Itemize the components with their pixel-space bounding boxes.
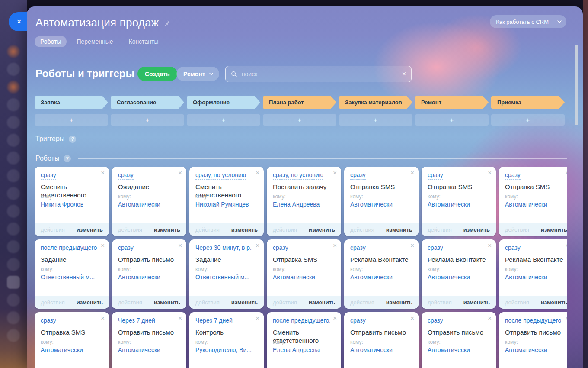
close-icon[interactable]: × [178,169,182,176]
actions-button[interactable]: действия [195,226,220,233]
sidebar-icon[interactable] [7,205,20,218]
close-icon[interactable]: × [410,169,414,176]
funnel-filter-dropdown[interactable]: Ремонт [176,67,219,81]
edit-button[interactable]: изменить [231,299,258,306]
edit-button[interactable]: изменить [154,299,180,306]
robot-trigger-link[interactable]: сразу [505,244,521,252]
add-robot-button[interactable]: + [339,114,412,126]
recipient-link[interactable]: Автоматически [273,274,315,281]
actions-button[interactable]: действия [505,226,529,233]
edit-button[interactable]: изменить [386,226,412,233]
recipient-link[interactable]: Николай Румянцев [195,201,249,208]
help-button[interactable]: Как работать с CRM [490,15,566,28]
close-slider-button[interactable]: × [9,12,27,31]
edit-button[interactable]: изменить [309,299,335,306]
recipient-link[interactable]: Автоматически [118,346,160,353]
stage-oformlenie[interactable]: Оформление [187,96,260,109]
robot-trigger-link[interactable]: сразу [428,171,443,180]
recipient-link[interactable]: Автоматически [428,274,470,281]
recipient-link[interactable]: Ответственный м... [41,274,95,281]
robot-trigger-link[interactable]: сразу [350,171,366,180]
tab-constants[interactable]: Константы [123,36,164,47]
actions-button[interactable]: действия [41,226,65,233]
add-robot-button[interactable]: + [263,114,336,126]
robot-trigger-link[interactable]: сразу [41,317,56,325]
sidebar-icon[interactable] [7,98,20,111]
close-icon[interactable]: × [333,169,337,176]
actions-button[interactable]: действия [428,226,452,233]
actions-button[interactable]: действия [41,299,65,306]
stage-zayavka[interactable]: Заявка [35,96,108,109]
robot-trigger-link[interactable]: сразу [350,244,366,252]
edit-button[interactable]: изменить [231,226,258,233]
close-icon[interactable]: × [565,315,567,321]
stage-soglasovanie[interactable]: Согласование [111,96,184,109]
robot-trigger-link[interactable]: сразу [273,244,288,252]
clear-search-icon[interactable]: × [402,71,406,77]
recipient-link[interactable]: Елена Андреева [273,201,320,208]
recipient-link[interactable]: Автоматически [350,274,393,281]
actions-button[interactable]: действия [273,226,297,233]
recipient-link[interactable]: Автоматически [505,274,547,281]
close-icon[interactable]: × [101,242,105,249]
close-icon[interactable]: × [256,169,259,176]
close-icon[interactable]: × [256,242,259,249]
stage-remont[interactable]: Ремонт [415,96,489,109]
robot-trigger-link[interactable]: Через 7 дней [195,317,233,325]
recipient-link[interactable]: Автоматически [118,274,160,281]
actions-button[interactable]: действия [195,299,220,306]
actions-button[interactable]: действия [428,299,452,306]
close-icon[interactable]: × [488,315,492,321]
robot-trigger-link[interactable]: сразу [428,317,443,325]
robot-trigger-link[interactable]: Через 30 минут, в р... [195,244,252,252]
recipient-link[interactable]: Никита Фролов [41,201,83,208]
robot-trigger-link[interactable]: сразу [118,244,134,252]
recipient-link[interactable]: Руководителю, Ви... [195,346,252,353]
tab-robots[interactable]: Роботы [35,36,67,47]
close-icon[interactable]: × [565,169,567,176]
close-icon[interactable]: × [333,315,337,321]
robot-trigger-link[interactable]: сразу [428,244,443,252]
robot-trigger-link[interactable]: после предыдущего [505,317,561,325]
recipient-link[interactable]: Автоматически [505,346,547,353]
recipient-link[interactable]: Автоматически [350,201,393,208]
robot-trigger-link[interactable]: после предыдущего [41,244,97,252]
robot-trigger-link[interactable]: сразу [350,317,366,325]
stage-zakupka[interactable]: Закупка материалов [339,96,412,109]
sidebar-icon[interactable] [7,240,20,253]
add-robot-button[interactable]: + [111,114,184,126]
pin-icon[interactable] [163,20,170,27]
close-icon[interactable]: × [101,169,105,176]
robot-trigger-link[interactable]: сразу, по условию [195,171,246,180]
edit-button[interactable]: изменить [386,299,412,306]
close-icon[interactable]: × [410,315,414,321]
close-icon[interactable]: × [410,242,414,249]
stage-plan-rabot[interactable]: Плана работ [263,96,336,109]
sidebar-icon[interactable] [7,152,20,165]
recipient-link[interactable]: Автоматически [350,346,393,353]
stage-priemka[interactable]: Приемка [491,96,565,109]
recipient-link[interactable]: Автоматически [505,201,547,208]
edit-button[interactable]: изменить [463,226,490,233]
tab-variables[interactable]: Переменные [71,36,118,47]
edit-button[interactable]: изменить [77,226,103,233]
sidebar-icon[interactable] [7,258,20,271]
question-icon[interactable]: ? [64,155,71,162]
add-robot-button[interactable]: + [415,114,489,126]
edit-button[interactable]: изменить [541,226,567,233]
sidebar-icon[interactable] [7,223,20,236]
close-icon[interactable]: × [488,169,492,176]
edit-button[interactable]: изменить [541,299,567,306]
add-robot-button[interactable]: + [187,114,260,126]
robot-trigger-link[interactable]: сразу [118,171,134,180]
close-icon[interactable]: × [256,315,259,321]
recipient-link[interactable]: Автоматически [428,201,470,208]
chevron-down-icon[interactable] [557,19,562,24]
close-icon[interactable]: × [178,242,182,249]
edit-button[interactable]: изменить [309,226,335,233]
sidebar-icon[interactable] [7,294,20,307]
scrollbar-thumb[interactable] [575,45,578,125]
question-icon[interactable]: ? [69,136,76,143]
robot-trigger-link[interactable]: сразу [505,171,521,180]
sidebar-icon-active[interactable] [7,276,20,289]
